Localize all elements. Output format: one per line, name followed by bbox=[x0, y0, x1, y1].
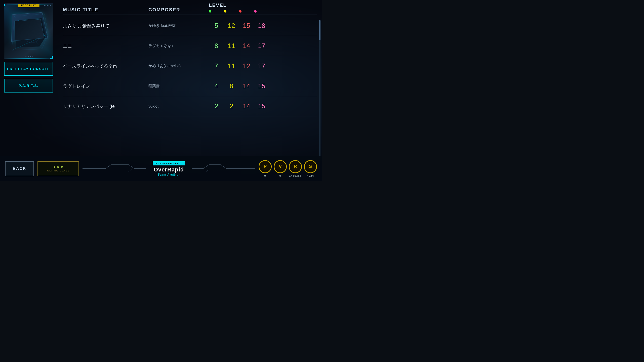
back-label: BACK bbox=[13, 166, 26, 171]
level-dot-normal bbox=[224, 10, 226, 13]
level-num-hard: 14 bbox=[239, 102, 254, 110]
music-levels: 221415 bbox=[209, 102, 317, 110]
renderer-info-label: RENDERER INFO. bbox=[153, 161, 185, 165]
score-badge-s: S4024 bbox=[304, 160, 317, 177]
badge-score-r: 1480368 bbox=[289, 174, 302, 177]
level-num-normal: 11 bbox=[224, 62, 239, 70]
album-art: FREE PLAY bbox=[4, 4, 53, 59]
level-num-normal: 11 bbox=[224, 42, 239, 50]
level-num-hard: 12 bbox=[239, 62, 254, 70]
music-levels: 7111217 bbox=[209, 62, 317, 70]
svg-line-3 bbox=[18, 26, 43, 28]
left-panel: FREE PLAY bbox=[0, 0, 55, 156]
badge-score-p: 0 bbox=[264, 174, 266, 177]
music-title: ニニ bbox=[63, 43, 148, 49]
album-art-dots-top bbox=[44, 5, 51, 6]
music-levels: 481415 bbox=[209, 82, 317, 90]
col-composer: COMPOSER bbox=[148, 7, 209, 13]
back-button[interactable]: BACK bbox=[5, 161, 34, 176]
badge-score-v: 0 bbox=[279, 174, 281, 177]
col-level: LEVEL bbox=[209, 3, 317, 13]
freeplay-console-label: FREEPLAY CONSOLE bbox=[7, 67, 50, 71]
music-title: ベースラインやってる？ｍ bbox=[63, 63, 148, 69]
music-levels: 8111417 bbox=[209, 42, 317, 50]
level-num-expert: 18 bbox=[254, 22, 269, 30]
scrollbar-thumb[interactable] bbox=[319, 20, 320, 40]
music-composer: かめりあ(Camellia) bbox=[148, 64, 209, 68]
level-num-easy: 7 bbox=[209, 62, 224, 70]
badge-icon-r: R bbox=[289, 160, 302, 173]
svg-line-2 bbox=[18, 18, 42, 20]
level-num-normal: 2 bbox=[224, 102, 239, 110]
rc-sublabel: RATING CLASS bbox=[47, 169, 69, 172]
level-num-expert: 17 bbox=[254, 42, 269, 50]
list-header: MUSIC TITLE COMPOSER LEVEL bbox=[63, 3, 317, 15]
rc-label: R.C bbox=[57, 166, 64, 169]
parts-label: P.A.R.T.S. bbox=[19, 84, 38, 88]
score-badge-v: V0 bbox=[274, 160, 287, 177]
level-num-easy: 8 bbox=[209, 42, 224, 50]
level-dot-easy bbox=[209, 10, 211, 13]
bottom-center-display: RENDERER INFO. OverRapid Team ArcStar bbox=[83, 161, 255, 176]
album-art-dots-bottom bbox=[25, 56, 32, 57]
freeplay-console-button[interactable]: FREEPLAY CONSOLE bbox=[4, 62, 53, 76]
music-composer: 稲葉曇 bbox=[148, 84, 209, 88]
music-title: ラグトレイン bbox=[63, 83, 148, 89]
level-num-expert: 17 bbox=[254, 62, 269, 70]
right-panel: MUSIC TITLE COMPOSER LEVEL よさり 月蛍澄み昇りてかゆ… bbox=[55, 0, 322, 156]
level-num-normal: 8 bbox=[224, 82, 239, 90]
level-dot-hard bbox=[239, 10, 242, 13]
music-levels: 5121518 bbox=[209, 22, 317, 30]
music-composer: yuigot bbox=[148, 104, 209, 108]
level-dot-expert bbox=[254, 10, 257, 13]
rc-star-icon: ★ bbox=[53, 165, 56, 169]
badge-icon-v: V bbox=[274, 160, 287, 173]
level-num-expert: 15 bbox=[254, 102, 269, 110]
level-num-hard: 15 bbox=[239, 22, 254, 30]
music-row[interactable]: ベースラインやってる？ｍかめりあ(Camellia)7111217 bbox=[63, 56, 317, 76]
device-artwork bbox=[7, 9, 50, 54]
bottom-bar: BACK ★ R.C RATING CLASS RENDERER INFO. O… bbox=[0, 156, 322, 181]
level-num-easy: 2 bbox=[209, 102, 224, 110]
col-music-title: MUSIC TITLE bbox=[63, 7, 148, 13]
score-badge-r: R1480368 bbox=[289, 160, 302, 177]
music-row[interactable]: ラグトレイン稲葉曇481415 bbox=[63, 76, 317, 96]
music-composer: テヅカ x Qayo bbox=[148, 43, 209, 48]
renderer-info-box: RENDERER INFO. OverRapid Team ArcStar bbox=[153, 161, 185, 176]
music-title: リナリアとテレパシー (fe bbox=[63, 103, 148, 109]
score-badges: P0V0R1480368S4024 bbox=[259, 160, 317, 177]
scrollbar[interactable] bbox=[319, 20, 320, 158]
music-title: よさり 月蛍澄み昇りて bbox=[63, 23, 148, 29]
level-num-hard: 14 bbox=[239, 42, 254, 50]
badge-icon-s: S bbox=[304, 160, 317, 173]
score-badge-p: P0 bbox=[259, 160, 272, 177]
level-num-expert: 15 bbox=[254, 82, 269, 90]
rating-class-button[interactable]: ★ R.C RATING CLASS bbox=[37, 161, 79, 176]
svg-point-8 bbox=[30, 32, 34, 36]
level-num-easy: 5 bbox=[209, 22, 224, 30]
free-play-badge: FREE PLAY bbox=[18, 4, 39, 7]
music-row[interactable]: リナリアとテレパシー (feyuigot221415 bbox=[63, 96, 317, 116]
music-list: よさり 月蛍澄み昇りてかゆき feat.燈露5121518ニニテヅカ x Qay… bbox=[63, 16, 317, 153]
parts-button[interactable]: P.A.R.T.S. bbox=[4, 79, 53, 93]
music-row[interactable]: ニニテヅカ x Qayo8111417 bbox=[63, 36, 317, 56]
badge-icon-p: P bbox=[259, 160, 272, 173]
music-composer: かゆき feat.燈露 bbox=[148, 23, 209, 28]
renderer-name: OverRapid bbox=[153, 166, 185, 173]
svg-marker-1 bbox=[16, 18, 46, 48]
svg-point-7 bbox=[27, 29, 37, 39]
svg-line-4 bbox=[19, 33, 44, 35]
music-row[interactable]: よさり 月蛍澄み昇りてかゆき feat.燈露5121518 bbox=[63, 16, 317, 36]
level-num-easy: 4 bbox=[209, 82, 224, 90]
level-num-hard: 14 bbox=[239, 82, 254, 90]
level-num-normal: 12 bbox=[224, 22, 239, 30]
renderer-team: Team ArcStar bbox=[153, 173, 185, 176]
badge-score-s: 4024 bbox=[307, 174, 314, 177]
